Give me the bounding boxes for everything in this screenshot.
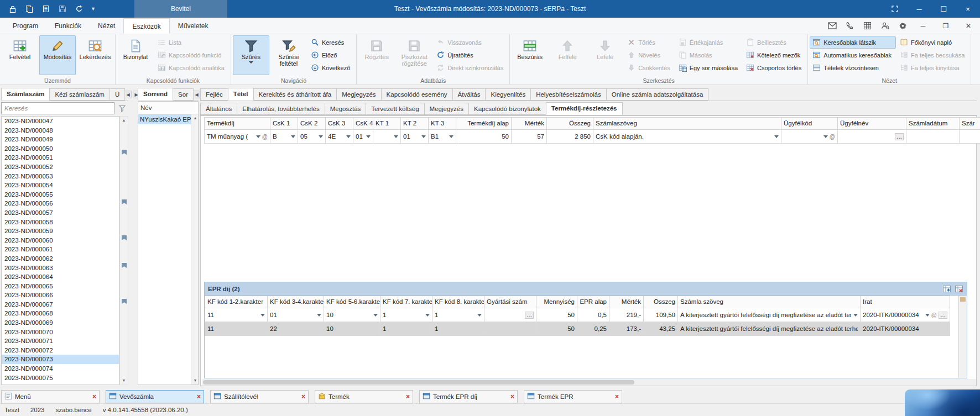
dropdown-arrow-icon[interactable] xyxy=(425,314,430,319)
grid-cell[interactable]: 10 xyxy=(324,322,380,336)
grid-cell[interactable] xyxy=(906,130,960,144)
column-header[interactable]: Összeg xyxy=(547,117,593,130)
ribbon-button-fokonyvi-naplo[interactable]: Főkönyvi napló xyxy=(897,36,969,49)
subtab-megosztas[interactable]: Megosztás xyxy=(325,103,367,115)
maximize-button[interactable]: ☐ xyxy=(931,0,956,18)
close-tab-icon[interactable]: × xyxy=(92,393,96,401)
user-search-icon[interactable] xyxy=(880,21,890,30)
order-column-header[interactable]: Név xyxy=(138,102,198,114)
chevron-down-icon[interactable]: ▼ xyxy=(91,6,96,12)
child-close-button[interactable]: ✕ xyxy=(961,22,976,30)
window-tab-menu[interactable]: Menü× xyxy=(1,390,100,403)
dropdown-arrow-icon[interactable] xyxy=(346,135,351,140)
scroll-down-icon[interactable]: ▼ xyxy=(120,377,128,385)
subtab-altalanos[interactable]: Általános xyxy=(200,103,237,115)
ribbon-button-kapcsolodo-analitika[interactable]: Kapcsolódó analitika xyxy=(155,62,229,74)
ellipsis-button[interactable]: … xyxy=(939,312,947,319)
ribbon-button-ujratoltes[interactable]: Újratöltés xyxy=(434,49,508,61)
subtab-megjegyzes[interactable]: Megjegyzés xyxy=(424,103,469,115)
column-header[interactable]: Ügyfélnév xyxy=(838,117,906,130)
column-header[interactable]: KT 2 xyxy=(401,117,429,130)
dropdown-arrow-icon[interactable] xyxy=(317,314,321,319)
ribbon-button-csokkentes[interactable]: Csökkentés xyxy=(624,62,674,74)
column-header[interactable]: Irat xyxy=(861,296,950,308)
column-header[interactable]: EPR alap xyxy=(577,296,609,308)
dropdown-arrow-icon[interactable] xyxy=(394,135,398,140)
horizontal-scrollbar[interactable] xyxy=(202,379,976,386)
tab-megjegyzes[interactable]: Megjegyzés xyxy=(336,88,381,101)
grid-cell[interactable]: 11 xyxy=(205,322,268,336)
ribbon-button-kovetkezo[interactable]: Következő xyxy=(308,62,355,74)
column-header[interactable]: Mérték xyxy=(609,296,644,308)
minimize-button[interactable]: ─ xyxy=(907,0,931,18)
close-tab-icon[interactable]: × xyxy=(301,393,305,401)
close-tab-icon[interactable]: × xyxy=(406,393,410,401)
dropdown-arrow-icon[interactable] xyxy=(449,135,453,140)
subtab-tervezett-koltseg[interactable]: Tervezett költség xyxy=(366,103,424,115)
column-header[interactable]: KF kód 8. karakter xyxy=(432,296,484,308)
column-header[interactable]: CsK 1 xyxy=(270,117,298,130)
grid-cell[interactable]: 2020-ITK/00000034@… xyxy=(861,308,950,322)
column-header[interactable]: Mérték xyxy=(512,117,547,130)
ribbon-button-beszuras[interactable]: Beszúrás xyxy=(512,35,548,75)
column-header[interactable]: Számla szöveg xyxy=(678,296,861,308)
grid-cell[interactable]: 2020-ITK/00000034 xyxy=(861,322,950,336)
ribbon-button-kotelezo-mezok[interactable]: Kötelező mezők xyxy=(743,49,806,61)
window-tab-termek[interactable]: Termék× xyxy=(315,390,413,403)
tab-kiegyenlites[interactable]: Kiegyenlítés xyxy=(485,88,531,101)
grid-icon[interactable] xyxy=(863,21,872,30)
column-header[interactable]: CsK 3 xyxy=(326,117,353,130)
window-tab-szallitolevel[interactable]: Szállítólevél× xyxy=(210,390,309,403)
grid-cell[interactable]: 109,50 xyxy=(644,308,678,322)
grid-cell[interactable]: 0,5 xyxy=(577,308,609,322)
grid-cell[interactable]: @ xyxy=(781,130,838,144)
list-item[interactable]: 2023-ND/000061 xyxy=(2,245,119,254)
list-item[interactable]: 2023-ND/000068 xyxy=(2,309,119,318)
menu-tab-muveletek[interactable]: Műveletek xyxy=(170,18,217,34)
dropdown-arrow-icon[interactable] xyxy=(421,135,426,140)
list-item[interactable]: 2023-ND/000063 xyxy=(2,264,119,273)
copy-icon[interactable] xyxy=(24,4,34,14)
ribbon-button-lefele[interactable]: Lefelé xyxy=(587,35,623,75)
attachment-icon[interactable]: @ xyxy=(262,134,268,140)
dropdown-arrow-icon[interactable] xyxy=(823,135,828,140)
list-item[interactable]: 2023-ND/000048 xyxy=(2,126,119,135)
grid-cell[interactable]: 173,- xyxy=(609,322,644,336)
scrollbar-thumb[interactable] xyxy=(203,380,634,385)
ribbon-button-lista[interactable]: Lista xyxy=(155,36,229,49)
invoice-list-scrollbar[interactable]: ▲ ▼ xyxy=(119,116,128,385)
grid-cell[interactable]: B xyxy=(270,130,298,144)
grid-cell[interactable]: … xyxy=(838,130,906,144)
tab-fejlec[interactable]: Fejléc xyxy=(200,88,228,101)
list-item[interactable]: 2023-ND/000047 xyxy=(2,117,119,126)
ribbon-button-egyeb[interactable]: Egyéb xyxy=(973,35,980,75)
ribbon-button-fa-teljes-kinyitasa[interactable]: Fa teljes kinyitása xyxy=(897,62,969,74)
tab-u[interactable]: Ü xyxy=(110,88,125,101)
scroll-up-icon[interactable]: ▲ xyxy=(191,114,199,122)
subtab-elhatarolas-tovabbterheles[interactable]: Elhatárolás, továbbterhelés xyxy=(237,103,325,115)
search-input[interactable] xyxy=(1,102,114,114)
list-item[interactable]: 2023-ND/000073 xyxy=(2,355,119,364)
column-header[interactable]: Ügyfélkód xyxy=(781,117,838,130)
ribbon-button-szures[interactable]: Szűrés xyxy=(233,35,269,75)
tab-tetel[interactable]: Tétel xyxy=(228,88,254,101)
list-item[interactable]: 2023-ND/000070 xyxy=(2,328,119,337)
ribbon-button-szuresi-feltetel[interactable]: Szűrési feltétel xyxy=(270,35,307,75)
grid-cell[interactable]: CsK kód alapján. xyxy=(593,130,781,144)
list-item[interactable]: 2023-ND/000069 xyxy=(2,318,119,328)
ribbon-button-keresoablak-latszik[interactable]: Keresőablak látszik xyxy=(810,36,896,49)
grid-cell[interactable]: B1 xyxy=(429,130,456,144)
subtab-kapcsolodo-bizonylatok[interactable]: Kapcsolódó bizonylatok xyxy=(468,103,546,115)
refresh-icon[interactable] xyxy=(74,4,84,14)
grid-cell[interactable]: A kiterjesztett gyártói felelősségi díj … xyxy=(678,322,861,336)
grid-cell[interactable]: 50 xyxy=(536,322,577,336)
list-item[interactable]: 2023-ND/000054 xyxy=(2,181,119,190)
list-item[interactable]: 2023-ND/000060 xyxy=(2,236,119,245)
grid-cell[interactable]: 1 xyxy=(432,308,484,322)
menu-tab-funkciok[interactable]: Funkciók xyxy=(46,18,90,34)
list-item[interactable]: 2023-ND/000056 xyxy=(2,199,119,208)
ribbon-button-felvetel[interactable]: Felvétel xyxy=(2,35,38,75)
grid-cell[interactable]: 2 850 xyxy=(547,130,593,144)
grid-cell[interactable] xyxy=(373,130,401,144)
list-item[interactable]: 2023-ND/000074 xyxy=(2,364,119,373)
